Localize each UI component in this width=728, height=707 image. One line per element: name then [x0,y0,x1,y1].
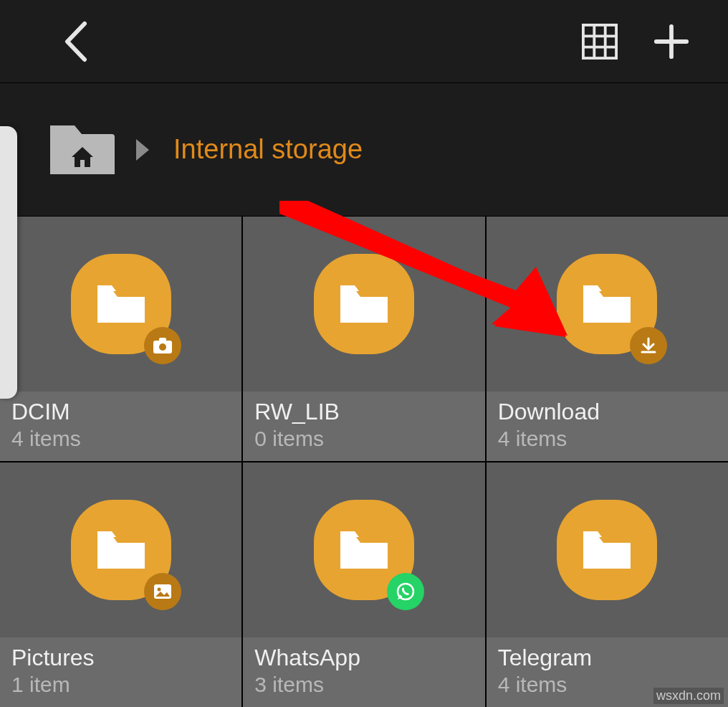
tile-footer: DCIM 4 items [0,392,241,461]
whatsapp-badge-icon [387,573,424,610]
tile-footer: Pictures 1 item [0,637,241,707]
tile-icon-area [243,217,484,392]
tile-icon-area [0,462,241,637]
folder-icon [71,254,171,354]
svg-marker-8 [136,139,149,161]
folder-tile-download[interactable]: Download 4 items [487,217,728,461]
tile-sub: 3 items [254,673,473,697]
folder-tile-whatsapp[interactable]: WhatsApp 3 items [243,462,484,707]
tile-name: Telegram [498,645,717,671]
tile-name: Pictures [11,645,230,671]
back-button[interactable] [57,24,93,60]
folder-grid: DCIM 4 items RW_LIB 0 items [0,217,728,707]
folder-icon [557,254,657,354]
tile-icon-area [487,217,728,392]
view-toggle-button[interactable] [582,24,618,60]
watermark: wsxdn.com [653,688,724,704]
folder-tile-pictures[interactable]: Pictures 1 item [0,462,241,707]
tile-icon-area [487,462,728,637]
breadcrumb-home-button[interactable] [47,123,118,177]
breadcrumb: Internal storage [0,83,728,217]
add-button[interactable] [653,24,689,60]
svg-rect-0 [583,24,616,57]
back-icon [63,21,87,62]
picture-badge-icon [144,573,181,610]
svg-point-11 [159,343,166,351]
folder-icon [557,500,657,600]
svg-rect-10 [159,338,166,342]
folder-tile-rwlib[interactable]: RW_LIB 0 items [243,217,484,461]
tile-icon-area [243,462,484,637]
tile-name: Download [498,399,717,425]
folder-tile-telegram[interactable]: Telegram 4 items [487,462,728,707]
tile-footer: WhatsApp 3 items [243,637,484,707]
folder-tile-dcim[interactable]: DCIM 4 items [0,217,241,461]
plus-icon [653,23,689,60]
tile-footer: Download 4 items [487,392,728,461]
top-bar [0,0,728,83]
tile-sub: 4 items [498,427,717,451]
download-badge-icon [630,327,667,364]
tile-icon-area [0,217,241,392]
home-folder-icon [47,123,118,177]
tile-sub: 0 items [254,427,473,451]
chevron-right-icon [133,138,152,162]
folder-icon [314,254,414,354]
svg-point-15 [157,588,161,592]
folder-icon [71,500,171,600]
tile-sub: 1 item [11,673,230,697]
breadcrumb-current[interactable]: Internal storage [173,134,363,165]
camera-badge-icon [144,327,181,364]
tile-footer: RW_LIB 0 items [243,392,484,461]
tile-name: WhatsApp [254,645,473,671]
scroll-handle[interactable] [0,126,17,399]
tile-name: RW_LIB [254,399,473,425]
grid-view-icon [582,23,618,60]
folder-icon [314,500,414,600]
tile-name: DCIM [11,399,230,425]
tile-sub: 4 items [11,427,230,451]
